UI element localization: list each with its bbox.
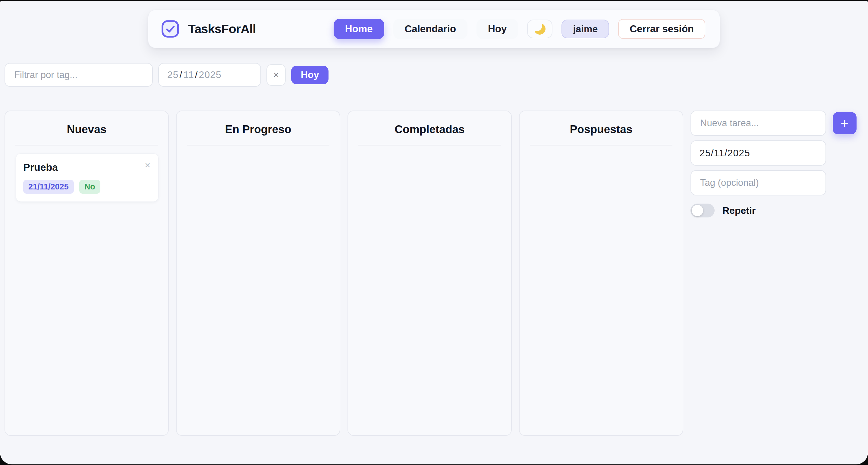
date-separator: / xyxy=(194,69,199,80)
theme-toggle-button[interactable] xyxy=(527,20,553,38)
new-task-title-input[interactable] xyxy=(690,110,826,136)
task-tag-pill: No xyxy=(79,180,100,194)
close-icon: × xyxy=(273,69,279,80)
nav-tab-hoy[interactable]: Hoy xyxy=(476,19,518,39)
brand: TasksForAll xyxy=(160,19,256,39)
column-title: Completadas xyxy=(348,123,511,136)
column-en-progreso: En Progreso xyxy=(176,110,340,436)
filter-date-day: 25 xyxy=(167,69,179,80)
logout-button[interactable]: Cerrar sesión xyxy=(618,19,705,39)
new-task-date-value: 25/11/2025 xyxy=(700,147,750,159)
nav-tab-home[interactable]: Home xyxy=(334,19,384,39)
crescent-moon-icon xyxy=(534,23,546,35)
top-navbar: TasksForAll Home Calendario Hoy jaime Ce… xyxy=(148,10,720,48)
logo-check-square-icon xyxy=(160,19,180,39)
add-task-button[interactable]: + xyxy=(833,112,857,134)
nav-tab-calendario[interactable]: Calendario xyxy=(393,19,468,39)
task-card[interactable]: Prueba × 21/11/2025 No xyxy=(16,153,158,202)
new-task-tag-input[interactable] xyxy=(690,170,826,195)
date-separator: / xyxy=(179,69,184,80)
filter-date-year: 2025 xyxy=(199,69,221,80)
today-filter-button[interactable]: Hoy xyxy=(291,66,329,84)
column-divider xyxy=(16,145,158,145)
toggle-knob xyxy=(692,205,703,216)
column-title: En Progreso xyxy=(177,123,340,136)
filter-date-month: 11 xyxy=(183,69,194,80)
app-title: TasksForAll xyxy=(188,22,256,36)
new-task-panel: 25/11/2025 Repetir xyxy=(690,110,826,218)
clear-date-button[interactable]: × xyxy=(267,64,286,86)
repeat-row: Repetir xyxy=(690,204,826,218)
column-title: Pospuestas xyxy=(520,123,683,136)
nav-group: Home Calendario Hoy jaime Cerrar sesión xyxy=(334,19,705,39)
filter-date-input[interactable]: 25/11/2025 xyxy=(158,63,261,87)
column-divider xyxy=(187,145,330,145)
column-divider xyxy=(358,145,501,145)
repeat-toggle[interactable] xyxy=(690,204,715,218)
task-pills: 21/11/2025 No xyxy=(23,180,150,194)
task-date-pill: 21/11/2025 xyxy=(23,180,74,194)
column-title: Nuevas xyxy=(5,123,168,136)
plus-icon: + xyxy=(841,116,849,130)
column-pospuestas: Pospuestas xyxy=(519,110,683,436)
app-window: TasksForAll Home Calendario Hoy jaime Ce… xyxy=(0,1,868,464)
column-divider xyxy=(530,145,673,145)
column-nuevas: Nuevas Prueba × 21/11/2025 No xyxy=(4,110,169,436)
new-task-date-input[interactable]: 25/11/2025 xyxy=(690,140,826,166)
user-badge[interactable]: jaime xyxy=(561,20,609,38)
task-title: Prueba xyxy=(23,161,150,173)
repeat-label: Repetir xyxy=(722,205,755,216)
filter-bar: 25/11/2025 × Hoy xyxy=(4,63,329,87)
filter-tag-input[interactable] xyxy=(4,63,153,87)
column-completadas: Completadas xyxy=(347,110,512,436)
kanban-board: Nuevas Prueba × 21/11/2025 No En Progres… xyxy=(4,110,857,436)
task-close-icon[interactable]: × xyxy=(145,160,150,170)
